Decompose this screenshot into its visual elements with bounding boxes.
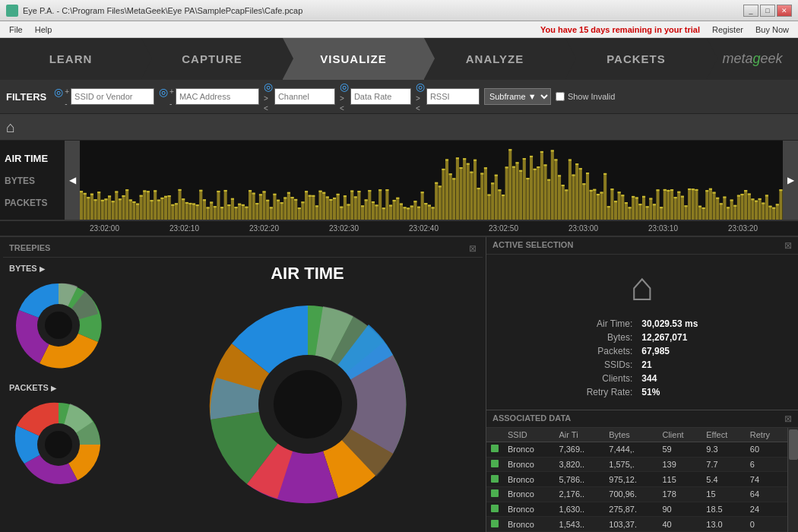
- minimize-button[interactable]: _: [743, 5, 758, 17]
- svg-rect-325: [516, 162, 519, 163]
- time-8: 23:03:20: [703, 224, 783, 233]
- svg-rect-124: [512, 166, 515, 220]
- svg-rect-26: [168, 195, 171, 220]
- svg-rect-138: [562, 185, 565, 220]
- nav-visualize[interactable]: VISUALIZE: [283, 38, 424, 80]
- svg-rect-258: [280, 202, 283, 204]
- svg-rect-290: [393, 200, 396, 201]
- ssid-color-dot: [491, 475, 499, 483]
- active-selection-close-icon[interactable]: ⊠: [784, 240, 792, 251]
- svg-rect-94: [407, 207, 410, 220]
- mac-input[interactable]: [176, 88, 259, 105]
- svg-rect-52: [259, 194, 262, 220]
- mac-eye-icon[interactable]: ◎: [159, 86, 168, 98]
- show-invalid-checkbox[interactable]: [556, 92, 565, 101]
- table-row[interactable]: Bronco 3,820.. 1,575,. 139 7.7 6: [486, 457, 787, 472]
- svg-rect-237: [207, 207, 210, 208]
- svg-rect-279: [354, 196, 357, 198]
- rssi-input[interactable]: [426, 88, 480, 105]
- packets-chart-label[interactable]: PACKETS: [5, 198, 60, 208]
- packets-pie-chart[interactable]: [9, 395, 108, 494]
- help-menu[interactable]: Help: [29, 24, 59, 36]
- svg-rect-46: [238, 204, 241, 220]
- svg-rect-127: [523, 158, 526, 220]
- channel-input[interactable]: [274, 88, 335, 105]
- maximize-button[interactable]: □: [760, 5, 775, 17]
- channel-eye-icon[interactable]: ◎: [264, 81, 273, 93]
- svg-rect-225: [164, 196, 167, 198]
- datarate-input[interactable]: [350, 88, 411, 105]
- svg-rect-198: [772, 207, 775, 220]
- svg-rect-128: [526, 178, 529, 220]
- svg-rect-307: [452, 178, 455, 179]
- datarate-eye-icon[interactable]: ◎: [340, 81, 349, 93]
- svg-rect-243: [227, 204, 230, 206]
- bytes-chart-label[interactable]: BYTES: [5, 176, 60, 186]
- svg-rect-266: [309, 195, 312, 197]
- svg-rect-210: [112, 201, 115, 202]
- svg-rect-48: [245, 207, 248, 220]
- associated-data-close-icon[interactable]: ⊠: [784, 413, 792, 424]
- svg-rect-139: [565, 189, 568, 220]
- svg-rect-81: [361, 205, 364, 220]
- svg-rect-18: [140, 195, 143, 220]
- file-menu[interactable]: File: [3, 24, 29, 36]
- svg-rect-251: [255, 203, 258, 204]
- airtime-label[interactable]: AIR TIME: [5, 153, 60, 164]
- svg-rect-281: [361, 205, 364, 207]
- svg-rect-382: [716, 198, 719, 199]
- svg-rect-66: [309, 195, 312, 220]
- nav-capture[interactable]: CAPTURE: [141, 38, 283, 80]
- ssid-input[interactable]: [71, 88, 154, 105]
- bytes-stat-label: Bytes:: [587, 332, 633, 343]
- table-row[interactable]: Bronco 2,176.. 700,96. 178 15 64: [486, 486, 787, 502]
- svg-rect-270: [322, 192, 325, 194]
- table-body: Bronco 7,369.. 7,444,. 59 9.3 60 Bronco …: [486, 442, 787, 532]
- svg-rect-191: [748, 194, 751, 220]
- svg-rect-196: [765, 195, 768, 220]
- scroll-left-button[interactable]: ◀: [65, 141, 80, 220]
- rssi-eye-icon[interactable]: ◎: [416, 81, 425, 93]
- scrollbar-thumb[interactable]: [789, 429, 798, 460]
- svg-rect-211: [115, 192, 118, 193]
- svg-rect-245: [235, 207, 238, 208]
- subframe-select[interactable]: Subframe ▼: [484, 88, 551, 105]
- svg-rect-87: [382, 207, 385, 220]
- svg-rect-217: [136, 204, 139, 205]
- svg-rect-271: [326, 197, 329, 198]
- svg-point-407: [274, 370, 342, 439]
- svg-rect-135: [551, 150, 554, 220]
- close-button[interactable]: ✕: [777, 5, 792, 17]
- nav-analyze[interactable]: ANALYZE: [424, 38, 565, 80]
- ssid-eye-icon[interactable]: ◎: [54, 86, 63, 98]
- svg-rect-283: [368, 190, 371, 192]
- home-icon[interactable]: ⌂: [6, 119, 15, 136]
- svg-rect-323: [508, 149, 511, 150]
- airtime-pie-chart[interactable]: [190, 287, 426, 522]
- svg-rect-253: [263, 191, 266, 192]
- svg-rect-118: [491, 182, 494, 220]
- svg-rect-107: [452, 178, 455, 220]
- bytes-pie-chart[interactable]: [9, 276, 108, 375]
- table-row[interactable]: Bronco 5,786.. 975,12. 115 5.4 74: [486, 472, 787, 487]
- col-ssid: [486, 428, 503, 442]
- svg-rect-221: [150, 200, 154, 201]
- nav-learn[interactable]: LEARN: [0, 38, 141, 80]
- svg-rect-83: [368, 190, 371, 220]
- scroll-right-button[interactable]: ▶: [783, 141, 798, 220]
- svg-rect-276: [344, 195, 347, 197]
- svg-rect-109: [460, 167, 463, 220]
- svg-rect-89: [389, 205, 392, 220]
- buy-button[interactable]: Buy Now: [749, 24, 795, 36]
- table-row[interactable]: Bronco 1,630.. 275,87. 90 18.5 24: [486, 502, 787, 517]
- svg-rect-32: [188, 203, 192, 220]
- svg-rect-104: [442, 169, 445, 220]
- table-row[interactable]: Bronco 7,369.. 7,444,. 59 9.3 60: [486, 442, 787, 458]
- treepies-close-icon[interactable]: ⊠: [469, 243, 477, 254]
- col-bytes: Bytes: [604, 428, 657, 442]
- register-button[interactable]: Register: [706, 24, 749, 36]
- table-scrollbar[interactable]: [787, 428, 798, 532]
- associated-data-panel: ASSOCIATED DATA ⊠ SSID Air Ti Bytes Clie…: [486, 410, 798, 532]
- table-row[interactable]: Bronco 1,543.. 103,37. 40 13.0 0: [486, 517, 787, 532]
- nav-packets[interactable]: PACKETS: [565, 38, 707, 80]
